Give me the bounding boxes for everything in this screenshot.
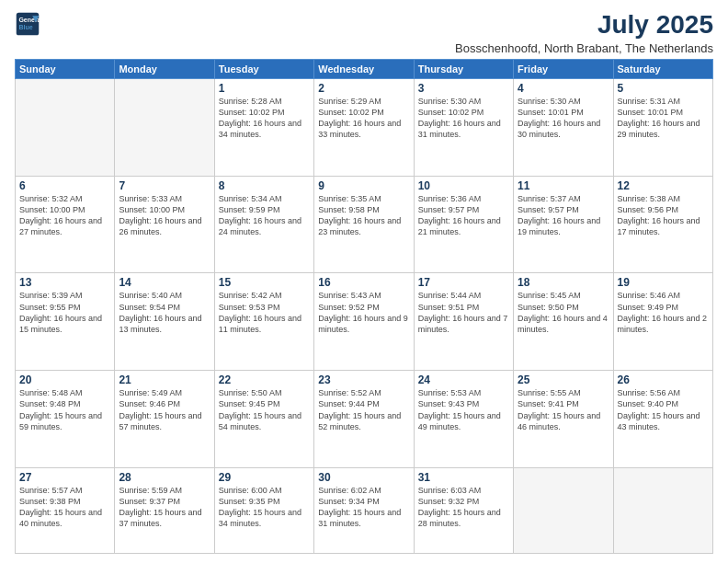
calendar-day-cell: 1Sunrise: 5:28 AM Sunset: 10:02 PM Dayli… <box>214 78 313 176</box>
day-info: Sunrise: 5:30 AM Sunset: 10:02 PM Daylig… <box>418 96 509 141</box>
calendar-week-row: 6Sunrise: 5:32 AM Sunset: 10:00 PM Dayli… <box>16 176 713 273</box>
calendar-day-cell: 26Sunrise: 5:56 AM Sunset: 9:40 PM Dayli… <box>613 371 712 468</box>
calendar-week-row: 13Sunrise: 5:39 AM Sunset: 9:55 PM Dayli… <box>16 273 713 371</box>
calendar-day-cell: 24Sunrise: 5:53 AM Sunset: 9:43 PM Dayli… <box>414 371 513 468</box>
calendar-day-cell: 25Sunrise: 5:55 AM Sunset: 9:41 PM Dayli… <box>514 371 613 468</box>
calendar-week-row: 20Sunrise: 5:48 AM Sunset: 9:48 PM Dayli… <box>16 371 713 468</box>
calendar-table: SundayMondayTuesdayWednesdayThursdayFrid… <box>15 59 713 554</box>
day-number: 31 <box>418 471 509 484</box>
day-info: Sunrise: 5:37 AM Sunset: 9:57 PM Dayligh… <box>518 193 609 238</box>
day-info: Sunrise: 5:56 AM Sunset: 9:40 PM Dayligh… <box>618 387 709 432</box>
calendar-day-cell: 28Sunrise: 5:59 AM Sunset: 9:37 PM Dayli… <box>115 468 214 554</box>
day-number: 17 <box>418 276 509 289</box>
day-number: 9 <box>318 179 409 192</box>
header: General Blue General Blue July 2025 Boss… <box>15 11 713 55</box>
calendar-day-cell <box>16 78 115 176</box>
calendar-day-cell: 11Sunrise: 5:37 AM Sunset: 9:57 PM Dayli… <box>514 176 613 273</box>
day-info: Sunrise: 5:38 AM Sunset: 9:56 PM Dayligh… <box>618 193 709 238</box>
day-info: Sunrise: 5:59 AM Sunset: 9:37 PM Dayligh… <box>119 485 210 530</box>
calendar-day-cell <box>613 468 712 554</box>
weekday-header-wednesday: Wednesday <box>314 59 414 78</box>
day-number: 23 <box>318 373 409 386</box>
day-info: Sunrise: 5:31 AM Sunset: 10:01 PM Daylig… <box>618 96 709 141</box>
calendar-day-cell: 10Sunrise: 5:36 AM Sunset: 9:57 PM Dayli… <box>414 176 513 273</box>
calendar-day-cell: 9Sunrise: 5:35 AM Sunset: 9:58 PM Daylig… <box>314 176 414 273</box>
day-info: Sunrise: 6:02 AM Sunset: 9:34 PM Dayligh… <box>318 485 409 530</box>
day-info: Sunrise: 5:35 AM Sunset: 9:58 PM Dayligh… <box>318 193 409 238</box>
day-number: 11 <box>518 179 609 192</box>
day-info: Sunrise: 5:36 AM Sunset: 9:57 PM Dayligh… <box>418 193 509 238</box>
day-info: Sunrise: 5:43 AM Sunset: 9:52 PM Dayligh… <box>318 290 409 335</box>
day-number: 15 <box>219 276 310 289</box>
calendar-day-cell: 12Sunrise: 5:38 AM Sunset: 9:56 PM Dayli… <box>613 176 712 273</box>
day-number: 2 <box>318 82 409 95</box>
day-number: 6 <box>19 179 110 192</box>
day-number: 24 <box>418 373 509 386</box>
weekday-header-thursday: Thursday <box>414 59 513 78</box>
calendar-day-cell: 3Sunrise: 5:30 AM Sunset: 10:02 PM Dayli… <box>414 78 513 176</box>
weekday-header-saturday: Saturday <box>613 59 712 78</box>
subtitle: Bosschenhoofd, North Brabant, The Nether… <box>455 41 713 55</box>
page: General Blue General Blue July 2025 Boss… <box>0 0 728 563</box>
day-number: 28 <box>119 471 210 484</box>
calendar-day-cell: 22Sunrise: 5:50 AM Sunset: 9:45 PM Dayli… <box>214 371 313 468</box>
day-info: Sunrise: 5:53 AM Sunset: 9:43 PM Dayligh… <box>418 387 509 432</box>
day-number: 18 <box>518 276 609 289</box>
day-number: 19 <box>618 276 709 289</box>
day-number: 3 <box>418 82 509 95</box>
day-info: Sunrise: 6:00 AM Sunset: 9:35 PM Dayligh… <box>219 485 310 530</box>
weekday-header-monday: Monday <box>115 59 214 78</box>
day-number: 16 <box>318 276 409 289</box>
day-info: Sunrise: 5:42 AM Sunset: 9:53 PM Dayligh… <box>219 290 310 335</box>
calendar-day-cell: 4Sunrise: 5:30 AM Sunset: 10:01 PM Dayli… <box>514 78 613 176</box>
day-number: 27 <box>19 471 110 484</box>
day-info: Sunrise: 5:57 AM Sunset: 9:38 PM Dayligh… <box>19 485 110 530</box>
day-number: 30 <box>318 471 409 484</box>
day-number: 14 <box>119 276 210 289</box>
weekday-header-sunday: Sunday <box>16 59 115 78</box>
calendar-day-cell: 23Sunrise: 5:52 AM Sunset: 9:44 PM Dayli… <box>314 371 414 468</box>
calendar-day-cell: 14Sunrise: 5:40 AM Sunset: 9:54 PM Dayli… <box>115 273 214 371</box>
calendar-day-cell: 19Sunrise: 5:46 AM Sunset: 9:49 PM Dayli… <box>613 273 712 371</box>
calendar-day-cell: 29Sunrise: 6:00 AM Sunset: 9:35 PM Dayli… <box>214 468 313 554</box>
day-info: Sunrise: 5:40 AM Sunset: 9:54 PM Dayligh… <box>119 290 210 335</box>
day-info: Sunrise: 5:30 AM Sunset: 10:01 PM Daylig… <box>518 96 609 141</box>
day-number: 4 <box>518 82 609 95</box>
calendar-day-cell: 16Sunrise: 5:43 AM Sunset: 9:52 PM Dayli… <box>314 273 414 371</box>
day-info: Sunrise: 5:48 AM Sunset: 9:48 PM Dayligh… <box>19 387 110 432</box>
calendar-day-cell <box>514 468 613 554</box>
day-number: 13 <box>19 276 110 289</box>
weekday-header-friday: Friday <box>514 59 613 78</box>
weekday-header-row: SundayMondayTuesdayWednesdayThursdayFrid… <box>16 59 713 78</box>
calendar-day-cell <box>115 78 214 176</box>
day-number: 25 <box>518 373 609 386</box>
calendar-day-cell: 6Sunrise: 5:32 AM Sunset: 10:00 PM Dayli… <box>16 176 115 273</box>
day-number: 1 <box>219 82 310 95</box>
day-info: Sunrise: 5:49 AM Sunset: 9:46 PM Dayligh… <box>119 387 210 432</box>
day-info: Sunrise: 5:45 AM Sunset: 9:50 PM Dayligh… <box>518 290 609 335</box>
calendar-week-row: 1Sunrise: 5:28 AM Sunset: 10:02 PM Dayli… <box>16 78 713 176</box>
calendar-week-row: 27Sunrise: 5:57 AM Sunset: 9:38 PM Dayli… <box>16 468 713 554</box>
day-info: Sunrise: 5:46 AM Sunset: 9:49 PM Dayligh… <box>618 290 709 335</box>
day-number: 7 <box>119 179 210 192</box>
day-info: Sunrise: 5:44 AM Sunset: 9:51 PM Dayligh… <box>418 290 509 335</box>
calendar-day-cell: 20Sunrise: 5:48 AM Sunset: 9:48 PM Dayli… <box>16 371 115 468</box>
calendar-day-cell: 27Sunrise: 5:57 AM Sunset: 9:38 PM Dayli… <box>16 468 115 554</box>
day-number: 20 <box>19 373 110 386</box>
day-number: 10 <box>418 179 509 192</box>
day-number: 22 <box>219 373 310 386</box>
calendar-day-cell: 8Sunrise: 5:34 AM Sunset: 9:59 PM Daylig… <box>214 176 313 273</box>
logo-icon: General Blue <box>15 11 40 37</box>
day-info: Sunrise: 5:28 AM Sunset: 10:02 PM Daylig… <box>219 96 310 141</box>
day-info: Sunrise: 5:32 AM Sunset: 10:00 PM Daylig… <box>19 193 110 238</box>
calendar-day-cell: 5Sunrise: 5:31 AM Sunset: 10:01 PM Dayli… <box>613 78 712 176</box>
day-info: Sunrise: 6:03 AM Sunset: 9:32 PM Dayligh… <box>418 485 509 530</box>
day-number: 29 <box>219 471 310 484</box>
calendar-day-cell: 21Sunrise: 5:49 AM Sunset: 9:46 PM Dayli… <box>115 371 214 468</box>
day-number: 26 <box>618 373 709 386</box>
calendar-day-cell: 18Sunrise: 5:45 AM Sunset: 9:50 PM Dayli… <box>514 273 613 371</box>
calendar-day-cell: 15Sunrise: 5:42 AM Sunset: 9:53 PM Dayli… <box>214 273 313 371</box>
day-info: Sunrise: 5:39 AM Sunset: 9:55 PM Dayligh… <box>19 290 110 335</box>
calendar-day-cell: 7Sunrise: 5:33 AM Sunset: 10:00 PM Dayli… <box>115 176 214 273</box>
calendar-day-cell: 13Sunrise: 5:39 AM Sunset: 9:55 PM Dayli… <box>16 273 115 371</box>
